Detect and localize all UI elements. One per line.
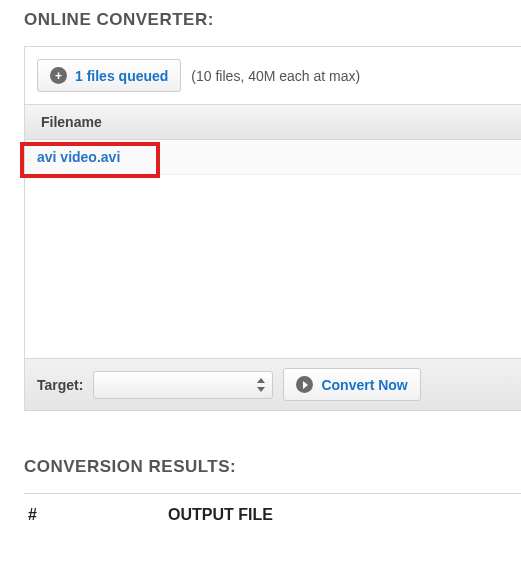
- footer-bar: Target:: [25, 358, 521, 410]
- target-label: Target:: [37, 377, 83, 393]
- file-row[interactable]: avi video.avi: [25, 140, 521, 175]
- results-title: CONVERSION RESULTS:: [24, 457, 521, 477]
- file-list: avi video.avi: [25, 140, 521, 358]
- toolbar: + 1 files queued (10 files, 40M each at …: [25, 47, 521, 104]
- convert-now-label: Convert Now: [321, 377, 407, 393]
- results-section: CONVERSION RESULTS: # OUTPUT FILE: [24, 457, 521, 534]
- plus-icon: +: [50, 67, 67, 84]
- results-col-num: #: [28, 506, 168, 524]
- arrow-right-icon: [296, 376, 313, 393]
- select-arrows-icon: [256, 377, 266, 393]
- results-header-row: # OUTPUT FILE: [24, 493, 521, 534]
- files-queued-button[interactable]: + 1 files queued: [37, 59, 181, 92]
- convert-now-button[interactable]: Convert Now: [283, 368, 420, 401]
- converter-section: ONLINE CONVERTER: + 1 files queued (10 f…: [24, 10, 521, 411]
- converter-panel-wrap: + 1 files queued (10 files, 40M each at …: [24, 46, 521, 411]
- converter-panel: + 1 files queued (10 files, 40M each at …: [24, 46, 521, 411]
- filename-header: Filename: [25, 104, 521, 140]
- file-name: avi video.avi: [37, 149, 120, 165]
- files-queued-label: 1 files queued: [75, 68, 168, 84]
- queue-hint: (10 files, 40M each at max): [191, 68, 360, 84]
- results-col-output: OUTPUT FILE: [168, 506, 273, 524]
- converter-title: ONLINE CONVERTER:: [24, 10, 521, 30]
- target-select[interactable]: [93, 371, 273, 399]
